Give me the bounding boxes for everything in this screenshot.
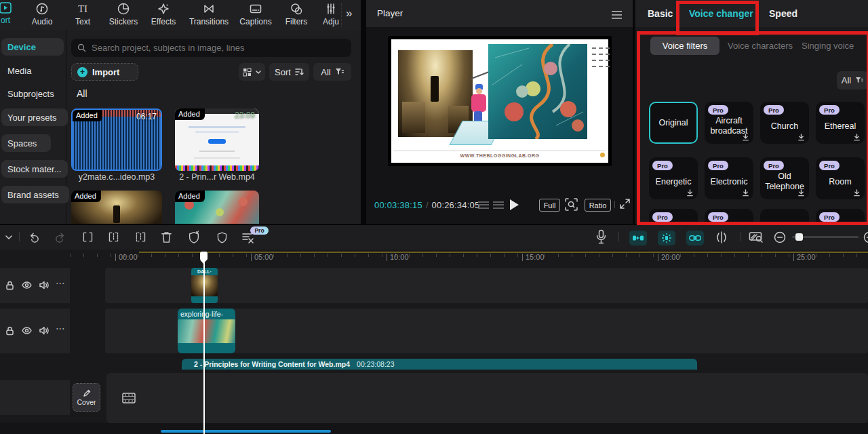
- tab-effects[interactable]: Effects: [144, 2, 182, 29]
- tab-text[interactable]: TI Text: [65, 2, 100, 29]
- frame-list-icon[interactable]: [493, 201, 504, 210]
- full-button[interactable]: Full: [539, 199, 560, 212]
- clip-label: exploring-life-: [178, 309, 235, 319]
- slide-corner-icon: [600, 153, 605, 157]
- toolbar-more-button[interactable]: »: [346, 7, 352, 20]
- rail-item-media[interactable]: Media: [7, 66, 31, 76]
- rail-item-your-presets[interactable]: Your presets: [1, 108, 68, 126]
- media-item-image-library-art[interactable]: Added: [71, 191, 162, 224]
- pro-badge: Pro: [819, 212, 840, 222]
- player-menu-icon[interactable]: [612, 9, 622, 21]
- adjust-icon: [324, 2, 338, 16]
- split-icon[interactable]: [81, 231, 94, 243]
- voice-card-old-telephone[interactable]: Pro Old Telephone: [760, 157, 809, 199]
- voice-card-partial[interactable]: Pro: [816, 209, 865, 224]
- split-adjust-icon[interactable]: [714, 231, 729, 244]
- media-item-image-dna-art[interactable]: Added: [175, 191, 259, 224]
- zoom-in-icon[interactable]: [863, 231, 868, 244]
- lock-icon[interactable]: [5, 281, 14, 290]
- tab-audio-label: Audio: [32, 17, 53, 26]
- voice-filter-all-label: All: [842, 75, 851, 85]
- redo-icon[interactable]: [53, 231, 66, 243]
- undo-icon[interactable]: [28, 231, 41, 243]
- voice-card-electronic[interactable]: Pro Electronic: [705, 157, 753, 199]
- zoom-out-icon[interactable]: [773, 231, 787, 244]
- inspector-panel: Basic Voice changer Speed Voice filters …: [634, 0, 868, 224]
- zoom-slider-handle[interactable]: [795, 233, 803, 241]
- magnetic-snap-toggle[interactable]: [629, 231, 647, 245]
- subtab-singing-voice[interactable]: Singing voice: [802, 41, 854, 51]
- search-input[interactable]: [90, 42, 345, 54]
- subtab-voice-characters[interactable]: Voice characters: [728, 41, 793, 51]
- tab-transitions[interactable]: Transitions: [183, 2, 235, 29]
- track-more-icon[interactable]: ⋯: [56, 323, 65, 334]
- preview-quality-icon[interactable]: [749, 231, 764, 243]
- clip-thumbnail: [178, 319, 235, 343]
- tab-speed[interactable]: Speed: [769, 8, 797, 19]
- track-more-icon[interactable]: ⋯: [56, 277, 65, 288]
- frame-list-icon[interactable]: [478, 201, 489, 210]
- webpage-text-line: [194, 157, 240, 159]
- voice-card-partial[interactable]: Pro: [649, 209, 698, 224]
- eye-icon[interactable]: [22, 327, 32, 334]
- rail-item-brand-assets[interactable]: Brand assets: [1, 186, 69, 203]
- media-filename: 2 - Prin...r Web.mp4: [175, 172, 259, 182]
- clip-audio-principles[interactable]: 2 - Principles for Writing Content for W…: [182, 359, 697, 370]
- tab-audio[interactable]: Audio: [22, 2, 62, 29]
- tab-basic[interactable]: Basic: [648, 8, 673, 19]
- chevron-down-icon: [256, 71, 261, 74]
- import-button[interactable]: + Import: [71, 63, 138, 81]
- tab-captions[interactable]: Captions: [235, 2, 277, 29]
- voice-card-ethereal[interactable]: Pro Ethereal: [816, 102, 865, 144]
- tab-voice-changer[interactable]: Voice changer: [689, 8, 753, 19]
- preview-axis-toggle[interactable]: [658, 231, 675, 245]
- voice-card-room[interactable]: Pro Room: [816, 157, 865, 199]
- tab-adjust-label: Adju: [323, 17, 339, 26]
- download-icon: [853, 189, 861, 197]
- clip-exploring-life-image[interactable]: exploring-life-: [178, 309, 235, 353]
- voice-card-partial[interactable]: [760, 209, 809, 224]
- record-voiceover-mic-icon[interactable]: [595, 229, 607, 245]
- subtab-voice-filters[interactable]: Voice filters: [650, 37, 719, 55]
- zoom-focus-icon[interactable]: [565, 198, 578, 211]
- play-button[interactable]: [510, 199, 519, 210]
- voice-card-aircraft-broadcast[interactable]: Pro Aircraft broadcast: [705, 102, 753, 144]
- playhead-line[interactable]: [203, 253, 205, 434]
- view-mode-dropdown[interactable]: [239, 63, 265, 81]
- voice-card-energetic[interactable]: Pro Energetic: [649, 157, 698, 199]
- linkage-toggle[interactable]: [686, 231, 704, 245]
- ratio-button[interactable]: Ratio: [585, 199, 611, 212]
- sort-dropdown[interactable]: Sort: [269, 63, 309, 81]
- tab-stickers[interactable]: Stickers: [103, 2, 144, 29]
- rail-item-spaces[interactable]: Spaces: [1, 134, 51, 152]
- cover-button[interactable]: Cover: [73, 383, 100, 412]
- rail-item-device[interactable]: Device: [1, 38, 64, 56]
- library-filter-dropdown[interactable]: All: [313, 63, 351, 81]
- expand-fullscreen-icon[interactable]: [619, 198, 631, 210]
- horizontal-scrollbar[interactable]: [161, 430, 331, 433]
- rail-item-subprojects[interactable]: Subprojects: [7, 89, 54, 99]
- media-item-audio[interactable]: Added 06:17: [71, 108, 162, 171]
- voice-card-church[interactable]: Pro Church: [760, 102, 809, 144]
- smart-mask-ai-icon[interactable]: [187, 231, 201, 244]
- tab-stickers-label: Stickers: [109, 17, 138, 26]
- speaker-icon[interactable]: [39, 281, 50, 290]
- media-item-video[interactable]: Added 23:09: [175, 108, 259, 171]
- tab-import[interactable]: ort: [0, 2, 20, 29]
- tab-filters[interactable]: Filters: [278, 2, 315, 29]
- tab-text-label: Text: [75, 17, 90, 26]
- voice-card-partial[interactable]: Pro: [705, 209, 753, 224]
- timecode-display: 00:03:38:15 / 00:26:34:05: [374, 200, 479, 210]
- delete-icon[interactable]: [160, 231, 173, 244]
- timeline-ruler[interactable]: 00:00 05:00 10:00 15:00 20:00 25:00: [70, 251, 868, 267]
- speaker-icon[interactable]: [39, 326, 50, 335]
- delete-left-icon[interactable]: [107, 231, 120, 243]
- rail-item-stock-materials[interactable]: Stock mater...: [1, 160, 68, 178]
- mask-icon[interactable]: [216, 231, 229, 244]
- eye-icon[interactable]: [22, 281, 32, 289]
- voice-card-original[interactable]: Original: [649, 102, 698, 144]
- lock-icon[interactable]: [5, 326, 14, 336]
- voice-filter-dropdown[interactable]: All: [837, 71, 868, 90]
- track-options-chevron-icon[interactable]: [5, 235, 12, 239]
- delete-right-icon[interactable]: [134, 231, 147, 243]
